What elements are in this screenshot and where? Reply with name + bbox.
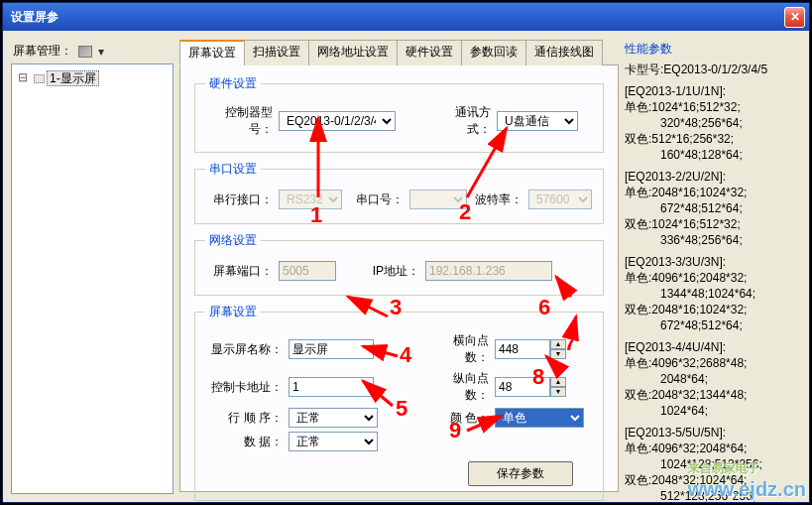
tab-network-settings[interactable]: 网络地址设置	[308, 40, 398, 65]
comm-select[interactable]: U盘通信	[497, 111, 578, 131]
network-fieldset: 网络设置 屏幕端口： IP地址：	[194, 232, 604, 296]
screen-tree[interactable]: 1-显示屏	[11, 63, 174, 494]
screen-name-label: 显示屏名称：	[205, 341, 283, 358]
watermark: 来自易家电子 www.ejdz.cn	[688, 452, 806, 501]
screen-fieldset: 屏幕设置 显示屏名称： 横向点数： ▲▼ 控制卡地址：	[194, 304, 604, 501]
ip-input	[425, 261, 552, 281]
addr-label: 控制卡地址：	[205, 379, 283, 396]
dropdown-icon[interactable]: ▾	[98, 45, 104, 59]
serial-num-select	[409, 189, 467, 209]
tab-hardware-settings[interactable]: 硬件设置	[397, 40, 462, 65]
screen-mgmt-label: 屏幕管理：	[13, 43, 72, 60]
ip-label: IP地址：	[372, 263, 419, 280]
titlebar: 设置屏参 ✕	[3, 3, 809, 31]
net-port-input	[279, 261, 336, 281]
serial-port-label: 串行接口：	[205, 191, 273, 208]
spin-down[interactable]: ▼	[550, 387, 566, 397]
color-label: 颜 色：	[433, 410, 489, 427]
net-port-label: 屏幕端口：	[205, 263, 273, 280]
perf-panel: 卡型号:EQ2013-0/1/2/3/4/5 [EQ2013-1/1U/1N]:…	[625, 62, 801, 504]
baud-select: 57600	[528, 189, 592, 209]
hcount-label: 横向点数：	[433, 332, 489, 366]
color-select[interactable]: 单色	[495, 408, 584, 428]
tab-wiring-diagram[interactable]: 通信接线图	[525, 40, 603, 65]
close-button[interactable]: ✕	[784, 7, 805, 28]
order-label: 行 顺 序：	[205, 410, 283, 427]
data-label: 数 据：	[205, 434, 283, 450]
grid-icon	[34, 74, 45, 83]
order-select[interactable]: 正常	[289, 408, 378, 428]
addr-input[interactable]	[289, 377, 374, 397]
window-title: 设置屏参	[11, 9, 58, 26]
hcount-spinner[interactable]: ▲▼	[495, 339, 566, 359]
screen-name-input[interactable]	[289, 339, 374, 359]
serial-port-select: RS232	[279, 189, 342, 209]
tab-scan-settings[interactable]: 扫描设置	[244, 40, 309, 65]
controller-label: 控制器型号：	[205, 104, 273, 138]
serial-fieldset: 串口设置 串行接口： RS232 串口号： 波特率： 57600	[194, 161, 604, 224]
comm-label: 通讯方式：	[435, 104, 491, 138]
save-button[interactable]: 保存参数	[468, 461, 573, 486]
spin-up[interactable]: ▲	[550, 339, 566, 349]
hardware-fieldset: 硬件设置 控制器型号： EQ2013-0/1/2/3/4/5 通讯方式： U盘通…	[194, 75, 604, 153]
data-select[interactable]: 正常	[289, 432, 378, 451]
perf-heading: 性能参数	[625, 39, 801, 62]
tabs: 屏幕设置 扫描设置 网络地址设置 硬件设置 参数回读 通信接线图	[179, 39, 619, 65]
vcount-spinner[interactable]: ▲▼	[495, 377, 566, 397]
tree-item-screen1[interactable]: 1-显示屏	[16, 68, 169, 89]
controller-select[interactable]: EQ2013-0/1/2/3/4/5	[279, 111, 396, 131]
vcount-label: 纵向点数：	[433, 370, 489, 404]
baud-label: 波特率：	[473, 191, 522, 208]
serial-num-label: 串口号：	[348, 191, 404, 208]
spin-down[interactable]: ▼	[550, 349, 566, 359]
tab-param-readback[interactable]: 参数回读	[461, 40, 526, 65]
spin-up[interactable]: ▲	[550, 377, 566, 387]
tab-screen-settings[interactable]: 屏幕设置	[179, 40, 245, 65]
search-icon[interactable]	[78, 46, 92, 58]
